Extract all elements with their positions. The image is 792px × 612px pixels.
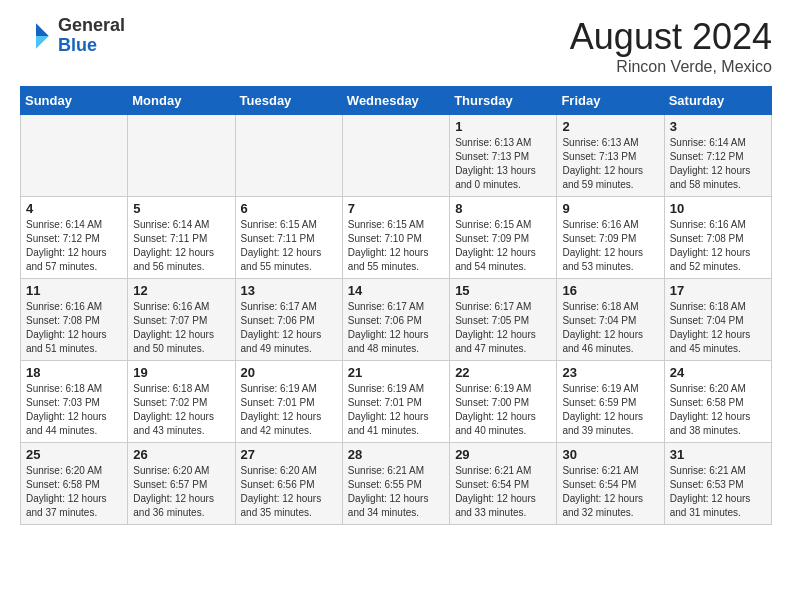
- calendar-week-3: 11Sunrise: 6:16 AMSunset: 7:08 PMDayligh…: [21, 279, 772, 361]
- day-number: 3: [670, 119, 766, 134]
- day-number: 17: [670, 283, 766, 298]
- col-tuesday: Tuesday: [235, 87, 342, 115]
- calendar-cell: [235, 115, 342, 197]
- day-number: 2: [562, 119, 658, 134]
- day-number: 9: [562, 201, 658, 216]
- day-number: 5: [133, 201, 229, 216]
- day-info: Sunrise: 6:20 AMSunset: 6:56 PMDaylight:…: [241, 464, 337, 520]
- day-number: 31: [670, 447, 766, 462]
- calendar-cell: 17Sunrise: 6:18 AMSunset: 7:04 PMDayligh…: [664, 279, 771, 361]
- day-number: 28: [348, 447, 444, 462]
- day-info: Sunrise: 6:13 AMSunset: 7:13 PMDaylight:…: [455, 136, 551, 192]
- calendar-cell: 27Sunrise: 6:20 AMSunset: 6:56 PMDayligh…: [235, 443, 342, 525]
- day-info: Sunrise: 6:20 AMSunset: 6:57 PMDaylight:…: [133, 464, 229, 520]
- location: Rincon Verde, Mexico: [570, 58, 772, 76]
- day-number: 1: [455, 119, 551, 134]
- calendar-cell: 28Sunrise: 6:21 AMSunset: 6:55 PMDayligh…: [342, 443, 449, 525]
- day-info: Sunrise: 6:16 AMSunset: 7:09 PMDaylight:…: [562, 218, 658, 274]
- calendar-cell: 2Sunrise: 6:13 AMSunset: 7:13 PMDaylight…: [557, 115, 664, 197]
- day-info: Sunrise: 6:14 AMSunset: 7:12 PMDaylight:…: [670, 136, 766, 192]
- day-info: Sunrise: 6:19 AMSunset: 7:01 PMDaylight:…: [348, 382, 444, 438]
- day-info: Sunrise: 6:21 AMSunset: 6:55 PMDaylight:…: [348, 464, 444, 520]
- page-header: General Blue August 2024 Rincon Verde, M…: [20, 16, 772, 76]
- calendar-cell: 16Sunrise: 6:18 AMSunset: 7:04 PMDayligh…: [557, 279, 664, 361]
- day-info: Sunrise: 6:16 AMSunset: 7:07 PMDaylight:…: [133, 300, 229, 356]
- svg-marker-1: [36, 36, 49, 49]
- calendar-cell: 30Sunrise: 6:21 AMSunset: 6:54 PMDayligh…: [557, 443, 664, 525]
- calendar-cell: [21, 115, 128, 197]
- calendar-cell: 3Sunrise: 6:14 AMSunset: 7:12 PMDaylight…: [664, 115, 771, 197]
- calendar-cell: 14Sunrise: 6:17 AMSunset: 7:06 PMDayligh…: [342, 279, 449, 361]
- calendar-cell: 9Sunrise: 6:16 AMSunset: 7:09 PMDaylight…: [557, 197, 664, 279]
- day-info: Sunrise: 6:19 AMSunset: 6:59 PMDaylight:…: [562, 382, 658, 438]
- calendar-cell: 6Sunrise: 6:15 AMSunset: 7:11 PMDaylight…: [235, 197, 342, 279]
- day-info: Sunrise: 6:18 AMSunset: 7:02 PMDaylight:…: [133, 382, 229, 438]
- day-number: 19: [133, 365, 229, 380]
- day-info: Sunrise: 6:13 AMSunset: 7:13 PMDaylight:…: [562, 136, 658, 192]
- day-number: 24: [670, 365, 766, 380]
- calendar-cell: 13Sunrise: 6:17 AMSunset: 7:06 PMDayligh…: [235, 279, 342, 361]
- day-number: 7: [348, 201, 444, 216]
- col-wednesday: Wednesday: [342, 87, 449, 115]
- day-info: Sunrise: 6:15 AMSunset: 7:10 PMDaylight:…: [348, 218, 444, 274]
- day-info: Sunrise: 6:16 AMSunset: 7:08 PMDaylight:…: [26, 300, 122, 356]
- calendar-cell: 12Sunrise: 6:16 AMSunset: 7:07 PMDayligh…: [128, 279, 235, 361]
- day-info: Sunrise: 6:21 AMSunset: 6:54 PMDaylight:…: [455, 464, 551, 520]
- day-number: 11: [26, 283, 122, 298]
- day-info: Sunrise: 6:17 AMSunset: 7:05 PMDaylight:…: [455, 300, 551, 356]
- day-number: 25: [26, 447, 122, 462]
- logo-text: General Blue: [58, 16, 125, 56]
- day-number: 12: [133, 283, 229, 298]
- calendar-cell: [128, 115, 235, 197]
- calendar-cell: 25Sunrise: 6:20 AMSunset: 6:58 PMDayligh…: [21, 443, 128, 525]
- day-number: 29: [455, 447, 551, 462]
- day-number: 27: [241, 447, 337, 462]
- day-number: 10: [670, 201, 766, 216]
- logo-blue: Blue: [58, 36, 125, 56]
- day-number: 26: [133, 447, 229, 462]
- day-info: Sunrise: 6:16 AMSunset: 7:08 PMDaylight:…: [670, 218, 766, 274]
- col-thursday: Thursday: [450, 87, 557, 115]
- col-monday: Monday: [128, 87, 235, 115]
- calendar-week-4: 18Sunrise: 6:18 AMSunset: 7:03 PMDayligh…: [21, 361, 772, 443]
- day-info: Sunrise: 6:21 AMSunset: 6:53 PMDaylight:…: [670, 464, 766, 520]
- day-number: 15: [455, 283, 551, 298]
- day-number: 16: [562, 283, 658, 298]
- day-number: 20: [241, 365, 337, 380]
- calendar-cell: 11Sunrise: 6:16 AMSunset: 7:08 PMDayligh…: [21, 279, 128, 361]
- calendar-cell: 4Sunrise: 6:14 AMSunset: 7:12 PMDaylight…: [21, 197, 128, 279]
- logo: General Blue: [20, 16, 125, 56]
- day-number: 18: [26, 365, 122, 380]
- calendar-cell: 22Sunrise: 6:19 AMSunset: 7:00 PMDayligh…: [450, 361, 557, 443]
- svg-marker-0: [36, 23, 49, 36]
- day-number: 30: [562, 447, 658, 462]
- calendar-cell: 31Sunrise: 6:21 AMSunset: 6:53 PMDayligh…: [664, 443, 771, 525]
- calendar-cell: 21Sunrise: 6:19 AMSunset: 7:01 PMDayligh…: [342, 361, 449, 443]
- day-number: 13: [241, 283, 337, 298]
- calendar-week-1: 1Sunrise: 6:13 AMSunset: 7:13 PMDaylight…: [21, 115, 772, 197]
- day-info: Sunrise: 6:18 AMSunset: 7:03 PMDaylight:…: [26, 382, 122, 438]
- logo-general: General: [58, 16, 125, 36]
- day-number: 8: [455, 201, 551, 216]
- calendar-cell: 19Sunrise: 6:18 AMSunset: 7:02 PMDayligh…: [128, 361, 235, 443]
- calendar-cell: 8Sunrise: 6:15 AMSunset: 7:09 PMDaylight…: [450, 197, 557, 279]
- col-friday: Friday: [557, 87, 664, 115]
- day-number: 22: [455, 365, 551, 380]
- day-info: Sunrise: 6:21 AMSunset: 6:54 PMDaylight:…: [562, 464, 658, 520]
- calendar-cell: 26Sunrise: 6:20 AMSunset: 6:57 PMDayligh…: [128, 443, 235, 525]
- calendar-cell: 20Sunrise: 6:19 AMSunset: 7:01 PMDayligh…: [235, 361, 342, 443]
- day-info: Sunrise: 6:19 AMSunset: 7:01 PMDaylight:…: [241, 382, 337, 438]
- day-info: Sunrise: 6:17 AMSunset: 7:06 PMDaylight:…: [241, 300, 337, 356]
- col-sunday: Sunday: [21, 87, 128, 115]
- header-row: Sunday Monday Tuesday Wednesday Thursday…: [21, 87, 772, 115]
- calendar-cell: 15Sunrise: 6:17 AMSunset: 7:05 PMDayligh…: [450, 279, 557, 361]
- calendar-cell: 5Sunrise: 6:14 AMSunset: 7:11 PMDaylight…: [128, 197, 235, 279]
- day-info: Sunrise: 6:20 AMSunset: 6:58 PMDaylight:…: [670, 382, 766, 438]
- calendar-cell: 29Sunrise: 6:21 AMSunset: 6:54 PMDayligh…: [450, 443, 557, 525]
- day-number: 14: [348, 283, 444, 298]
- day-info: Sunrise: 6:18 AMSunset: 7:04 PMDaylight:…: [670, 300, 766, 356]
- day-info: Sunrise: 6:15 AMSunset: 7:11 PMDaylight:…: [241, 218, 337, 274]
- day-info: Sunrise: 6:20 AMSunset: 6:58 PMDaylight:…: [26, 464, 122, 520]
- calendar-cell: 10Sunrise: 6:16 AMSunset: 7:08 PMDayligh…: [664, 197, 771, 279]
- calendar-cell: 7Sunrise: 6:15 AMSunset: 7:10 PMDaylight…: [342, 197, 449, 279]
